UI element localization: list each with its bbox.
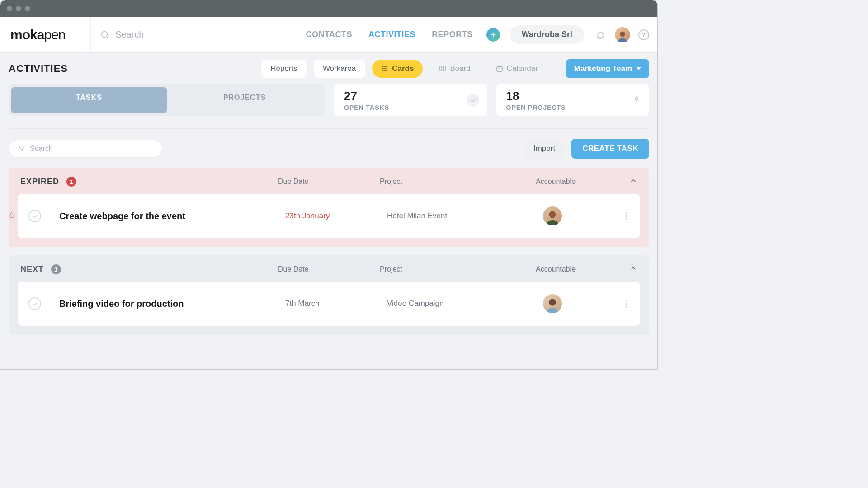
- team-selector-label: Marketing Team: [574, 64, 632, 73]
- task-complete-toggle[interactable]: [28, 297, 41, 310]
- svg-point-8: [382, 66, 382, 67]
- task-more-menu[interactable]: [626, 212, 629, 220]
- stat-open-tasks-label: OPEN TASKS: [344, 104, 477, 111]
- col-due-date: Due Date: [278, 178, 380, 186]
- notifications-button[interactable]: [592, 27, 609, 43]
- nav-contacts[interactable]: CONTACTS: [306, 30, 352, 39]
- add-button[interactable]: [486, 28, 500, 42]
- task-due-date: 23th January: [285, 211, 387, 221]
- view-calendar[interactable]: Calendar: [487, 60, 547, 78]
- section-expired-title: EXPIRED: [20, 177, 59, 187]
- page-header: ACTIVITIES Reports Workarea Cards Board …: [9, 53, 649, 84]
- collapse-toggle[interactable]: [629, 177, 637, 187]
- tab-group: TASKS PROJECTS: [9, 84, 325, 116]
- nav-activities[interactable]: ACTIVITIES: [368, 30, 415, 39]
- logo-bold: moka: [10, 27, 44, 42]
- svg-point-4: [620, 31, 625, 37]
- tab-projects[interactable]: PROJECTS: [167, 87, 322, 113]
- logo[interactable]: mokapen: [0, 17, 91, 52]
- col-accountable: Accountable: [536, 265, 629, 273]
- section-next-count: 1: [51, 264, 61, 274]
- view-cards[interactable]: Cards: [372, 60, 423, 78]
- view-calendar-label: Calendar: [507, 64, 538, 73]
- pin-icon: [632, 94, 641, 107]
- col-accountable: Accountable: [536, 178, 629, 186]
- task-row[interactable]: Create webpage for the event 23th Januar…: [18, 194, 640, 238]
- traffic-light-max[interactable]: [25, 6, 30, 11]
- svg-marker-19: [19, 146, 24, 151]
- section-next-title: NEXT: [20, 265, 44, 274]
- stat-open-projects-value: 18: [506, 89, 640, 103]
- traffic-light-min[interactable]: [16, 6, 21, 11]
- task-due-date: 7th March: [285, 299, 387, 308]
- task-project: Video Campaign: [387, 299, 543, 308]
- window-titlebar: [0, 0, 657, 17]
- divider: [9, 128, 649, 129]
- task-row[interactable]: Briefing video for production 7th March …: [18, 282, 640, 326]
- task-project: Hotel Milan Event: [387, 211, 543, 221]
- col-due-date: Due Date: [278, 265, 380, 273]
- svg-point-0: [102, 31, 108, 37]
- svg-point-21: [549, 211, 556, 218]
- svg-point-10: [382, 70, 382, 70]
- task-accountable-avatar[interactable]: [543, 294, 562, 313]
- section-expired-header[interactable]: EXPIRED 1 Due Date Project Accountable: [18, 168, 640, 194]
- person-icon: [544, 209, 561, 225]
- col-project: Project: [380, 178, 536, 186]
- list-toolbar: Import CREATE TASK: [9, 139, 649, 159]
- bell-icon: [595, 30, 605, 40]
- tab-tasks[interactable]: TASKS: [11, 87, 167, 113]
- search-icon: [100, 30, 110, 40]
- task-complete-toggle[interactable]: [28, 210, 41, 222]
- page-title: ACTIVITIES: [9, 63, 68, 75]
- task-more-menu[interactable]: [626, 300, 629, 308]
- section-expired: EXPIRED 1 Due Date Project Accountable C…: [9, 168, 649, 247]
- main-nav: CONTACTS ACTIVITIES REPORTS: [306, 30, 472, 39]
- stat-open-tasks-value: 27: [344, 89, 477, 103]
- section-next: NEXT 1 Due Date Project Accountable Brie…: [9, 255, 649, 335]
- svg-rect-20: [10, 215, 14, 217]
- caret-down-icon: [637, 67, 641, 70]
- lock-icon: [9, 211, 15, 221]
- view-cards-label: Cards: [392, 64, 414, 73]
- chevron-up-icon: [629, 177, 637, 185]
- collapse-toggle[interactable]: [629, 264, 637, 274]
- import-button[interactable]: Import: [524, 139, 565, 159]
- view-board-label: Board: [450, 64, 470, 73]
- stat-open-tasks[interactable]: 27 OPEN TASKS: [334, 84, 487, 116]
- svg-point-9: [382, 68, 382, 69]
- global-search[interactable]: [91, 29, 249, 40]
- help-button[interactable]: ?: [638, 29, 649, 40]
- company-selector[interactable]: Wardroba Srl: [510, 25, 584, 44]
- team-selector[interactable]: Marketing Team: [566, 59, 649, 78]
- traffic-light-close[interactable]: [7, 6, 12, 11]
- section-next-header[interactable]: NEXT 1 Due Date Project Accountable: [18, 255, 640, 282]
- task-name: Briefing video for production: [59, 299, 285, 309]
- chevron-up-icon: [629, 264, 637, 272]
- view-workarea[interactable]: Workarea: [314, 60, 365, 78]
- global-search-input[interactable]: [115, 29, 228, 40]
- stat-open-projects[interactable]: 18 OPEN PROJECTS: [496, 84, 650, 116]
- list-search-input[interactable]: [30, 145, 153, 153]
- view-reports[interactable]: Reports: [261, 60, 307, 78]
- svg-rect-14: [497, 66, 502, 71]
- svg-point-22: [549, 299, 556, 306]
- nav-reports[interactable]: REPORTS: [432, 30, 473, 39]
- stat-open-projects-label: OPEN PROJECTS: [506, 104, 640, 111]
- task-accountable-avatar[interactable]: [543, 206, 562, 225]
- svg-rect-11: [440, 66, 445, 71]
- list-search[interactable]: [9, 140, 162, 158]
- topbar: mokapen CONTACTS ACTIVITIES REPORTS Ward…: [0, 17, 657, 53]
- person-icon: [616, 30, 629, 42]
- create-task-button[interactable]: CREATE TASK: [571, 139, 649, 159]
- list-icon: [381, 65, 388, 72]
- person-icon: [544, 297, 561, 313]
- calendar-icon: [496, 65, 503, 72]
- plus-icon: [490, 31, 497, 38]
- check-circle-icon: [467, 94, 479, 107]
- section-expired-count: 1: [66, 177, 76, 187]
- user-avatar[interactable]: [615, 27, 630, 42]
- view-board[interactable]: Board: [430, 60, 479, 78]
- board-icon: [439, 65, 446, 72]
- check-icon: [32, 213, 38, 220]
